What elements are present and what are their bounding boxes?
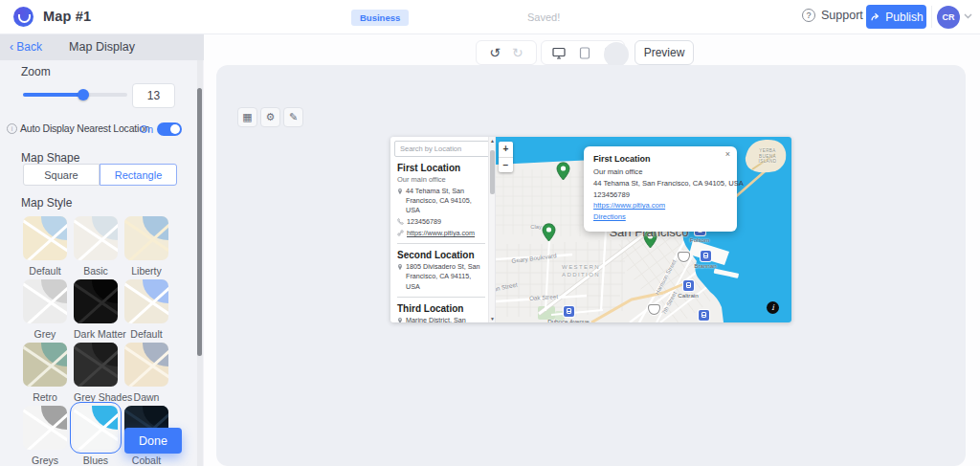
location-detail-row: 1805 Divisadero St, San Francisco, CA 94… bbox=[397, 262, 485, 291]
map-style-label: Map Style bbox=[21, 196, 72, 210]
zoom-label: Zoom bbox=[21, 65, 51, 78]
map-style-tile[interactable]: Grey Shades bbox=[74, 343, 118, 403]
history-toolbar: ↺ ↻ bbox=[476, 40, 537, 65]
location-list-item[interactable]: First LocationOur main office44 Tehama S… bbox=[397, 163, 485, 238]
transit-stop-label: Folsom bbox=[690, 236, 709, 243]
chevron-down-icon[interactable] bbox=[964, 13, 972, 19]
pin-icon bbox=[397, 263, 403, 271]
widget-mini-toolbar: ▦ ⚙ ✎ bbox=[237, 107, 303, 127]
map-style-tile[interactable]: Retro bbox=[23, 343, 67, 403]
auto-display-toggle[interactable] bbox=[157, 122, 182, 136]
map-style-tile-label: Grey bbox=[23, 328, 67, 340]
tram-glyph bbox=[686, 282, 691, 288]
map-style-thumbnail bbox=[23, 406, 67, 450]
map-style-tile[interactable]: Default bbox=[124, 279, 168, 340]
search-input[interactable] bbox=[394, 141, 490, 157]
zoom-slider-thumb[interactable] bbox=[78, 89, 89, 100]
preview-button[interactable]: Preview bbox=[635, 40, 694, 65]
location-detail-text: https://www.pitiya.com bbox=[407, 229, 475, 238]
tram-glyph bbox=[702, 312, 706, 318]
map-marker-pin[interactable] bbox=[556, 162, 570, 185]
map-style-tile[interactable]: Dark Matter bbox=[74, 279, 118, 340]
support-button[interactable]: ? Support bbox=[802, 9, 863, 22]
panel-scrollbar-thumb[interactable] bbox=[490, 150, 495, 194]
undo-icon[interactable]: ↺ bbox=[489, 46, 501, 59]
plan-badge: Business bbox=[351, 10, 409, 26]
map-marker-pin[interactable] bbox=[542, 223, 556, 246]
panel-title: Map Display bbox=[0, 40, 204, 54]
map-view[interactable]: FolsomBrannanCaltrainUCSF/Chase CenterDu… bbox=[496, 137, 791, 322]
transit-stop-label: UCSF/Chase Center bbox=[677, 322, 731, 322]
location-detail-text: Marine District, San Francisco, CA, USA bbox=[406, 316, 485, 322]
transit-stop-icon[interactable] bbox=[701, 251, 711, 261]
desktop-view-icon[interactable] bbox=[552, 47, 566, 59]
map-style-tile[interactable]: Liberty bbox=[124, 216, 168, 277]
transit-stop-label: Brannan bbox=[694, 262, 716, 269]
avatar[interactable]: CR bbox=[937, 6, 960, 29]
publish-button[interactable]: Publish bbox=[866, 5, 926, 29]
list-divider bbox=[397, 243, 485, 244]
transit-stop-icon[interactable] bbox=[564, 306, 574, 317]
location-detail-text: 123456789 bbox=[407, 217, 441, 227]
map-style-thumbnail bbox=[23, 279, 67, 323]
panel-scrollbar[interactable]: ▲ ▼ bbox=[488, 137, 495, 322]
shape-option-rectangle[interactable]: Rectangle bbox=[100, 164, 177, 186]
share-arrow-icon bbox=[869, 11, 880, 22]
map-style-tile[interactable]: Dawn bbox=[124, 343, 168, 403]
transit-stop-icon[interactable] bbox=[699, 310, 709, 321]
map-marker-pin[interactable] bbox=[643, 230, 657, 253]
transit-stop-icon[interactable] bbox=[683, 280, 694, 291]
pencil-icon[interactable]: ✎ bbox=[283, 107, 303, 127]
map-style-tile[interactable]: Basic bbox=[74, 216, 118, 277]
shape-option-square[interactable]: Square bbox=[23, 164, 100, 186]
main-area: ↺ ↻ Preview ▦ ⚙ ✎ First LocationOur main… bbox=[204, 34, 980, 466]
gear-icon[interactable]: ⚙ bbox=[260, 107, 280, 127]
map-info-button[interactable]: i bbox=[767, 301, 779, 314]
layout-grid-icon[interactable]: ▦ bbox=[237, 107, 257, 127]
location-detail-text: 1805 Divisadero St, San Francisco, CA 94… bbox=[406, 262, 485, 291]
zoom-value-input[interactable] bbox=[132, 83, 175, 108]
map-style-tile[interactable]: Grey bbox=[23, 279, 67, 340]
scroll-down-icon[interactable]: ▼ bbox=[489, 315, 496, 322]
location-detail-row: Marine District, San Francisco, CA, USA bbox=[397, 316, 485, 322]
map-style-thumbnail bbox=[124, 343, 168, 387]
sidebar-scrollbar-thumb[interactable] bbox=[197, 88, 202, 356]
redo-icon[interactable]: ↻ bbox=[512, 46, 523, 59]
popup-website-link[interactable]: https://www.pitiya.com bbox=[593, 200, 727, 211]
zoom-slider[interactable] bbox=[23, 93, 127, 97]
map-style-tile[interactable]: Blues bbox=[74, 406, 118, 466]
map-style-tile[interactable]: Greys bbox=[23, 406, 67, 466]
location-list: First LocationOur main office44 Tehama S… bbox=[390, 161, 489, 322]
location-website-link[interactable]: https://www.pitiya.com bbox=[397, 229, 485, 238]
sidebar-scrollbar[interactable] bbox=[197, 60, 203, 466]
map-widget-preview: First LocationOur main office44 Tehama S… bbox=[390, 137, 791, 322]
location-list-item[interactable]: Third LocationMarine District, San Franc… bbox=[397, 303, 485, 322]
app-logo-icon[interactable] bbox=[13, 7, 33, 27]
map-style-thumbnail bbox=[74, 406, 118, 450]
map-style-thumbnail bbox=[74, 216, 118, 260]
scroll-up-icon[interactable]: ▲ bbox=[489, 137, 496, 144]
map-style-thumbnail bbox=[74, 279, 118, 323]
link-icon bbox=[397, 230, 404, 236]
map-style-tile[interactable]: Default bbox=[23, 216, 67, 277]
pin-icon bbox=[397, 188, 403, 195]
location-list-item[interactable]: Second Location1805 Divisadero St, San F… bbox=[397, 250, 485, 291]
placeholder-circle-button[interactable] bbox=[604, 42, 629, 67]
close-icon[interactable]: × bbox=[725, 149, 730, 159]
map-zoom-in-button[interactable]: + bbox=[499, 142, 513, 158]
popup-directions-link[interactable]: Directions bbox=[593, 211, 727, 223]
popup-title: First Location bbox=[593, 154, 727, 164]
map-zoom-out-button[interactable]: − bbox=[499, 158, 513, 173]
highway-shield-icon bbox=[648, 304, 660, 315]
auto-display-label: Auto Display Nearest Location bbox=[20, 122, 149, 134]
transit-stop-label: Caltrain bbox=[678, 292, 698, 299]
location-detail-row: 44 Tehama St, San Francisco, CA 94105, U… bbox=[397, 187, 485, 215]
map-style-tile-label: Cobalt bbox=[124, 455, 168, 466]
tablet-view-icon[interactable] bbox=[579, 47, 590, 59]
map-style-thumbnail bbox=[124, 216, 168, 260]
tram-glyph bbox=[703, 253, 708, 258]
map-style-tile-label: Retro bbox=[23, 391, 67, 403]
map-style-thumbnail bbox=[23, 343, 67, 387]
map-style-tile-label: Default bbox=[124, 328, 168, 340]
done-button[interactable]: Done bbox=[124, 428, 182, 454]
